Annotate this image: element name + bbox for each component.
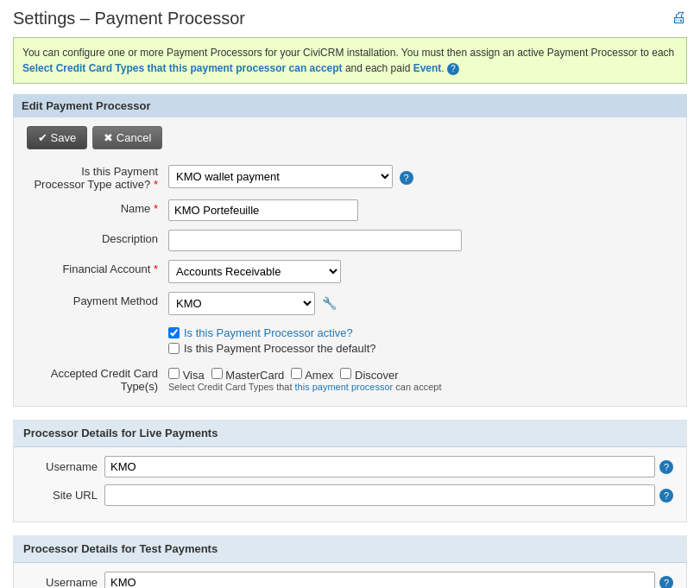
active-checkbox-container: Is this Payment Processor active? <box>168 326 670 339</box>
amex-checkbox[interactable] <box>291 368 302 379</box>
amex-checkbox-label: Amex <box>291 368 333 382</box>
default-checkbox-label: Is this Payment Processor the default? <box>184 342 376 355</box>
name-input[interactable] <box>168 199 358 221</box>
payment-method-row: Payment Method KMO 🔧 <box>27 288 673 319</box>
test-username-label: Username <box>27 576 104 588</box>
live-username-help-icon[interactable]: ? <box>659 460 673 474</box>
description-label: Description <box>27 225 165 256</box>
financial-account-select[interactable]: Accounts Receivable <box>168 260 341 283</box>
active-checkbox-label: Is this Payment Processor active? <box>184 326 353 339</box>
live-siteurl-row: Site URL ? <box>27 484 673 506</box>
edit-section-body: ✔ Save ✖ Cancel Is this PaymentProcessor… <box>13 117 687 407</box>
cancel-button-top[interactable]: ✖ Cancel <box>92 126 162 149</box>
credit-card-label: Accepted Credit CardType(s) <box>27 362 165 397</box>
discover-checkbox[interactable] <box>340 368 351 379</box>
mastercard-checkbox[interactable] <box>211 368 223 379</box>
name-row: Name <box>27 195 673 225</box>
live-payments-header: Processor Details for Live Payments <box>13 420 687 447</box>
live-siteurl-label: Site URL <box>27 489 104 502</box>
name-field <box>165 195 673 225</box>
payment-method-label: Payment Method <box>27 288 165 319</box>
edit-section-header: Edit Payment Processor <box>13 94 687 117</box>
info-link-2[interactable]: Event <box>413 62 442 74</box>
test-payments-header: Processor Details for Test Payments <box>13 535 687 563</box>
visa-checkbox[interactable] <box>168 368 180 379</box>
credit-card-row: Accepted Credit CardType(s) Visa MasterC… <box>27 362 673 397</box>
payment-method-field: KMO 🔧 <box>165 288 673 319</box>
live-username-input[interactable] <box>104 456 655 477</box>
info-text-2: and each paid <box>343 62 413 74</box>
live-payments-section: Processor Details for Live Payments User… <box>13 420 687 522</box>
test-username-row: Username ? <box>27 572 673 588</box>
payment-method-select[interactable]: KMO <box>168 292 315 315</box>
test-payments-section: Processor Details for Test Payments User… <box>13 535 687 588</box>
credit-cards-container: Visa MasterCard Amex Discover <box>168 368 670 382</box>
test-username-help-icon[interactable]: ? <box>659 576 673 589</box>
processor-type-select[interactable]: KMO wallet payment <box>168 165 393 188</box>
live-username-label: Username <box>27 460 104 473</box>
live-siteurl-help-icon[interactable]: ? <box>659 489 673 503</box>
test-username-input[interactable] <box>104 572 655 588</box>
financial-account-row: Financial Account Accounts Receivable <box>27 256 673 288</box>
financial-account-label: Financial Account <box>27 256 165 288</box>
live-siteurl-input[interactable] <box>104 484 655 506</box>
info-text-1: You can configure one or more Payment Pr… <box>22 47 674 59</box>
mastercard-checkbox-label: MasterCard <box>211 368 285 382</box>
info-link-1[interactable]: Select Credit Card Types that this payme… <box>22 62 343 74</box>
active-checkbox[interactable] <box>168 327 180 338</box>
default-checkbox-container: Is this Payment Processor the default? <box>168 342 670 355</box>
description-field <box>165 225 673 256</box>
processor-type-label: Is this PaymentProcessor Type active? * <box>27 158 165 195</box>
edit-form-table: Is this PaymentProcessor Type active? * … <box>27 158 673 397</box>
live-payments-body: Username ? Site URL ? <box>13 447 687 522</box>
processor-type-help-icon[interactable]: ? <box>400 171 413 185</box>
credit-card-note: Select Credit Card Types that this payme… <box>168 382 670 392</box>
top-button-row: ✔ Save ✖ Cancel <box>27 126 673 149</box>
default-checkbox[interactable] <box>168 343 180 354</box>
description-input[interactable] <box>168 230 462 251</box>
description-row: Description <box>27 225 673 256</box>
save-button-top[interactable]: ✔ Save <box>27 126 87 149</box>
live-username-row: Username ? <box>27 456 673 477</box>
visa-checkbox-label: Visa <box>168 368 205 382</box>
processor-type-row: Is this PaymentProcessor Type active? * … <box>27 158 673 195</box>
test-payments-body: Username ? Site URL ? <box>13 563 687 588</box>
info-help-icon[interactable]: ? <box>447 63 459 75</box>
active-checkbox-row: Is this Payment Processor active? Is thi… <box>27 319 673 362</box>
info-text-3: . <box>441 62 447 74</box>
edit-section: Edit Payment Processor ✔ Save ✖ Cancel I… <box>13 94 687 407</box>
page-title: Settings – Payment Processor <box>13 9 245 28</box>
financial-account-field: Accounts Receivable <box>165 256 673 288</box>
processor-type-field: KMO wallet payment ? <box>165 158 673 195</box>
name-label: Name <box>27 195 165 225</box>
print-icon[interactable]: 🖨 <box>672 9 687 27</box>
wrench-icon[interactable]: 🔧 <box>322 296 337 310</box>
info-box: You can configure one or more Payment Pr… <box>13 37 687 84</box>
discover-checkbox-label: Discover <box>340 368 398 382</box>
